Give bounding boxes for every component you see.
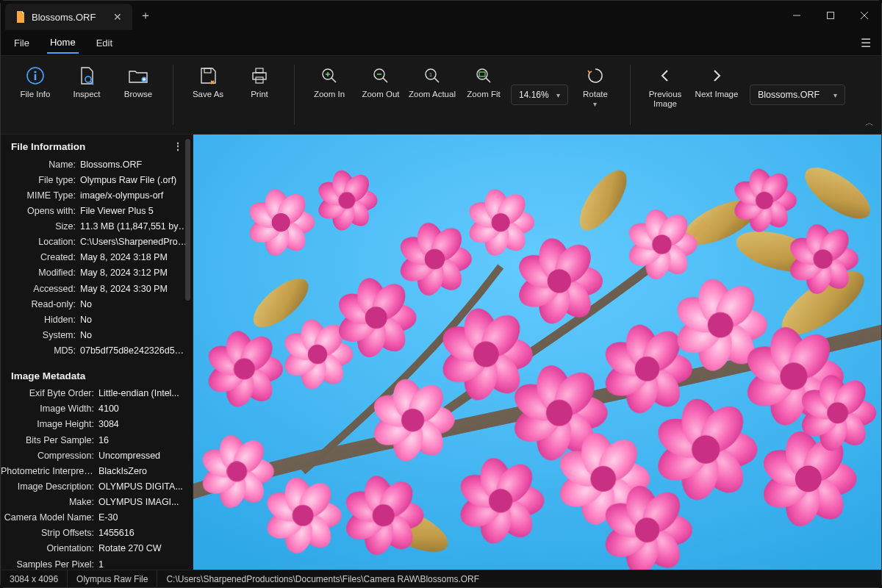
info-row: Location:C:\Users\SharpenedProdu...	[1, 234, 188, 250]
svg-line-17	[331, 78, 336, 82]
info-row: Opens with:File Viewer Plus 5	[1, 203, 188, 218]
info-row: Orientation:Rotate 270 CW	[1, 541, 188, 556]
svg-point-188	[293, 505, 314, 526]
status-path: C:\Users\SharpenedProductions\Documents\…	[157, 570, 488, 587]
svg-point-212	[652, 234, 671, 254]
tab-title: Blossoms.ORF	[32, 12, 96, 23]
image-viewer[interactable]	[193, 135, 881, 570]
zoom-in-icon	[320, 65, 338, 87]
info-value: 1455616	[98, 526, 188, 539]
info-row: Name:Blossoms.ORF	[1, 157, 188, 172]
ribbon-divider	[630, 65, 631, 125]
info-row: Photometric Interpreta...BlackIsZero	[1, 463, 188, 478]
print-button[interactable]: Print	[235, 60, 284, 99]
info-label: Read-only:	[1, 298, 80, 311]
zoom-out-icon	[372, 65, 390, 87]
content-area: File Information ⋮ Name:Blossoms.ORFFile…	[1, 135, 881, 570]
menu-file[interactable]: File	[11, 33, 32, 53]
svg-point-44	[272, 213, 290, 232]
zoom-fit-button[interactable]: Zoom Fit	[459, 60, 508, 99]
previous-image-button[interactable]: Previous Image	[641, 60, 689, 109]
info-label: Hidden:	[1, 313, 80, 326]
svg-point-236	[227, 462, 248, 482]
scrollbar-thumb[interactable]	[185, 139, 190, 301]
info-value: 16	[98, 434, 188, 447]
info-label: MIME Type:	[1, 189, 80, 202]
ribbon-toolbar: File Info Inspect Browse Save As Print	[1, 55, 881, 135]
close-tab-button[interactable]: ✕	[113, 11, 122, 23]
browse-button[interactable]: Browse	[114, 60, 162, 99]
info-label: Strip Offsets:	[1, 526, 98, 539]
new-tab-button[interactable]: ＋	[140, 8, 151, 24]
next-image-button[interactable]: Next Image	[692, 60, 741, 99]
zoom-out-button[interactable]: Zoom Out	[356, 60, 405, 99]
close-window-button[interactable]	[847, 1, 881, 30]
svg-point-164	[590, 466, 616, 492]
svg-point-148	[780, 362, 807, 390]
chevron-down-icon: ▾	[556, 91, 560, 99]
info-label: Camera Model Name:	[1, 511, 98, 524]
info-row: Camera Model Name:E-30	[1, 510, 188, 526]
svg-rect-1	[828, 12, 834, 19]
info-label: Make:	[1, 495, 98, 509]
document-tab[interactable]: Blossoms.ORF ✕	[5, 4, 132, 30]
info-label: MD5:	[1, 344, 80, 357]
sidebar-scrollbar[interactable]	[185, 139, 190, 565]
info-value: 11.3 MB (11,847,551 bytes)	[80, 220, 188, 233]
maximize-button[interactable]	[814, 1, 847, 30]
svg-point-108	[473, 342, 499, 368]
document-icon	[15, 11, 26, 23]
svg-point-204	[827, 402, 848, 423]
info-row: Accessed:May 8, 2024 3:30 PM	[1, 281, 188, 296]
info-value: Olympus Raw File (.orf)	[80, 173, 188, 187]
zoom-level-select[interactable]: 14.16% ▾	[511, 85, 568, 105]
svg-point-228	[814, 249, 833, 268]
zoom-in-button[interactable]: Zoom In	[305, 60, 354, 99]
file-info-button[interactable]: File Info	[11, 60, 60, 99]
save-as-button[interactable]: Save As	[184, 60, 232, 99]
folder-icon	[128, 65, 148, 87]
svg-point-132	[635, 356, 659, 381]
svg-point-60	[234, 359, 255, 380]
info-label: Location:	[1, 235, 80, 248]
svg-point-5	[34, 71, 36, 73]
status-filetype: Olympus Raw File	[68, 570, 157, 587]
more-options-button[interactable]: ⋮	[173, 140, 184, 152]
info-label: Orientation:	[1, 542, 98, 555]
svg-rect-13	[253, 73, 266, 79]
info-row: Read-only:No	[1, 296, 188, 312]
rotate-button[interactable]: Rotate▾	[571, 60, 620, 109]
info-label: Photometric Interpreta...	[1, 465, 98, 478]
info-sidebar: File Information ⋮ Name:Blossoms.ORFFile…	[1, 135, 193, 570]
menu-edit[interactable]: Edit	[93, 33, 115, 53]
minimize-button[interactable]	[780, 1, 814, 30]
inspect-button[interactable]: Inspect	[62, 60, 111, 99]
info-row: Hidden:No	[1, 312, 188, 327]
ribbon-group-zoom: Zoom In Zoom Out 1 Zoom Actual Zoom Fit …	[301, 60, 624, 129]
chevron-left-icon	[659, 65, 672, 87]
info-label: Exif Byte Order:	[1, 387, 98, 400]
ribbon-group-output: Save As Print	[179, 60, 288, 129]
info-row: Compression:Uncompressed	[1, 448, 188, 463]
info-label: Image Description:	[1, 480, 98, 493]
info-label: File type:	[1, 173, 80, 187]
svg-rect-6	[35, 74, 37, 80]
info-value: 1	[98, 558, 188, 570]
svg-point-244	[635, 517, 659, 542]
svg-rect-15	[256, 77, 263, 83]
zoom-actual-button[interactable]: 1 Zoom Actual	[408, 60, 456, 99]
menu-home[interactable]: Home	[47, 32, 79, 54]
info-value: C:\Users\SharpenedProdu...	[80, 235, 188, 248]
svg-point-156	[692, 435, 720, 463]
info-label: Opens with:	[1, 204, 80, 218]
overflow-menu-button[interactable]: ☰	[861, 36, 871, 50]
info-icon	[26, 65, 45, 87]
info-value: No	[80, 313, 188, 326]
save-icon	[198, 65, 218, 87]
info-row: MIME Type:image/x-olympus-orf	[1, 187, 188, 203]
info-value: 07b5df75d8e242326d58f04...	[80, 344, 188, 357]
zoom-actual-icon: 1	[423, 65, 441, 87]
collapse-ribbon-button[interactable]: ︿	[865, 117, 874, 129]
info-row: Strip Offsets:1455616	[1, 526, 188, 541]
file-select[interactable]: Blossoms.ORF ▾	[750, 85, 845, 105]
